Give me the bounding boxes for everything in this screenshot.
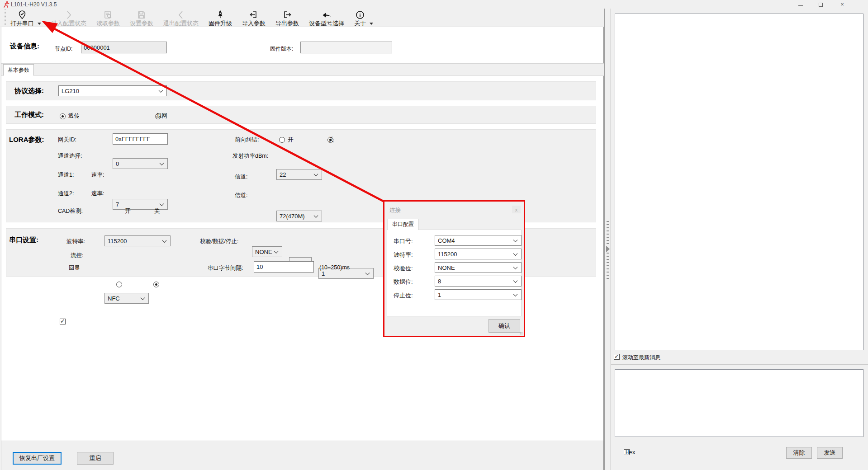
send-button[interactable]: 发送 xyxy=(817,447,843,459)
channel1-rate-value: 7 xyxy=(116,201,119,208)
byte-interval-hint: (10~250)ms xyxy=(319,264,350,271)
cad-label: CAD检测: xyxy=(58,207,83,215)
channel-select[interactable]: 0 xyxy=(113,158,168,169)
splitter-collapse-icon[interactable] xyxy=(606,246,610,252)
work-mode-group: 工作模式: 透传 组网 xyxy=(6,106,596,124)
toolbar-item-label: 打开串口 xyxy=(10,20,34,27)
firmware-version-field[interactable] xyxy=(300,42,392,53)
panel-splitter[interactable] xyxy=(604,9,611,470)
fec-on-label: 开 xyxy=(288,136,294,144)
fec-label: 前向纠错: xyxy=(235,136,259,144)
radio-transparent-mode[interactable] xyxy=(60,113,66,119)
parity-select[interactable]: NONE xyxy=(252,246,282,257)
connect-dialog: 连接 x 串口配置 串口号: COM4 波特率: 115200 校验位: NON… xyxy=(383,200,525,337)
protocol-value: LG210 xyxy=(62,88,79,94)
dialog-footer: 确认 xyxy=(384,316,524,336)
dialog-baud-value: 115200 xyxy=(438,251,457,258)
chevron-left-icon xyxy=(176,10,186,20)
message-log-area[interactable] xyxy=(615,14,863,350)
import-params-button[interactable]: 导入参数 xyxy=(242,9,266,27)
dropdown-caret-icon[interactable] xyxy=(370,23,373,25)
firmware-upgrade-button[interactable]: 固件升级 xyxy=(209,9,232,27)
toolbar-grip[interactable] xyxy=(5,9,6,25)
parity-data-stop-label: 校验/数据/停止: xyxy=(200,238,238,245)
cad-off-label: 关 xyxy=(154,207,160,215)
clear-button[interactable]: 清除 xyxy=(786,447,812,459)
gateway-id-field[interactable]: 0xFFFFFFFF xyxy=(113,133,168,145)
dialog-baud-select[interactable]: 115200 xyxy=(435,249,522,259)
cad-on-label: 开 xyxy=(125,207,131,215)
confirm-button[interactable]: 确认 xyxy=(489,319,520,333)
about-button[interactable]: 关于 xyxy=(354,9,366,27)
send-label: 发送 xyxy=(824,449,836,457)
dialog-parity-value: NONE xyxy=(438,264,455,271)
parity-value: NONE xyxy=(255,249,272,255)
dialog-parity-select[interactable]: NONE xyxy=(435,262,522,273)
toolbar-item-label: 进入配置状态 xyxy=(51,20,86,27)
restore-button[interactable] xyxy=(816,0,826,8)
fec-off-label: 关 xyxy=(328,136,334,144)
minimize-button[interactable] xyxy=(796,0,806,8)
tx-power-select[interactable]: 22 xyxy=(276,169,322,180)
dialog-close-button[interactable]: x xyxy=(512,206,521,213)
protocol-label: 协议选择: xyxy=(14,87,44,95)
port-select[interactable]: COM4 xyxy=(435,235,522,246)
enter-config-state-button[interactable]: 进入配置状态 xyxy=(51,9,86,27)
read-params-button[interactable]: 读取参数 xyxy=(96,9,120,27)
scroll-latest-checkbox[interactable] xyxy=(614,354,620,360)
dropdown-caret-icon[interactable] xyxy=(38,23,41,25)
radio-fec-on[interactable] xyxy=(279,137,285,143)
byte-interval-value: 10 xyxy=(256,263,263,270)
dialog-stopbits-value: 1 xyxy=(438,291,441,298)
dialog-stopbits-label: 停止位: xyxy=(394,291,413,300)
exit-config-state-button[interactable]: 退出配置状态 xyxy=(163,9,199,27)
flow-control-label: 流控: xyxy=(71,252,83,259)
channel1-freq-value: 72(470M) xyxy=(280,213,305,220)
byte-interval-field[interactable]: 10 xyxy=(254,261,314,273)
panel-divider[interactable] xyxy=(611,364,868,365)
dialog-parity-label: 校验位: xyxy=(394,264,413,273)
gateway-id-value: 0xFFFFFFFF xyxy=(115,136,150,142)
save-icon xyxy=(137,10,147,20)
flow-control-select[interactable]: NFC xyxy=(104,293,149,304)
tab-serial-config[interactable]: 串口配置 xyxy=(388,219,418,230)
import-icon xyxy=(249,10,259,20)
dialog-stopbits-select[interactable]: 1 xyxy=(435,289,522,300)
send-input-area[interactable] xyxy=(615,369,863,437)
protocol-select[interactable]: LG210 xyxy=(58,85,167,96)
channel2-rate-label: 速率: xyxy=(91,190,104,197)
dialog-resize-grip[interactable] xyxy=(519,331,523,335)
set-params-button[interactable]: 设置参数 xyxy=(130,9,153,27)
toolbar-item-label: 设备型号选择 xyxy=(309,20,344,27)
channel2-label: 通道2: xyxy=(58,190,74,197)
lora-title: LORA参数: xyxy=(9,136,44,144)
node-id-field[interactable]: 00000001 xyxy=(81,42,167,53)
factory-reset-label: 恢复出厂设置 xyxy=(19,454,55,462)
factory-reset-button[interactable]: 恢复出厂设置 xyxy=(13,452,62,465)
export-icon xyxy=(282,10,292,20)
channel1-freq-label: 信道: xyxy=(235,173,247,181)
bottom-action-bar: 恢复出厂设置 重启 xyxy=(1,441,603,470)
flow-control-value: NFC xyxy=(108,295,120,302)
stop-bits-value: 1 xyxy=(322,270,325,277)
back-arrow-icon xyxy=(322,10,332,20)
channel1-rate-label: 速率: xyxy=(91,171,104,179)
baud-rate-select[interactable]: 115200 xyxy=(104,235,171,246)
tab-basic-params[interactable]: 基本参数 xyxy=(3,64,34,76)
toolbar-item-label: 关于 xyxy=(354,20,366,27)
export-params-button[interactable]: 导出参数 xyxy=(275,9,299,27)
close-button[interactable]: × xyxy=(837,0,847,8)
doc-search-icon xyxy=(103,10,113,20)
dialog-databits-select[interactable]: 8 xyxy=(435,276,522,287)
toolbar-item-label: 设置参数 xyxy=(130,20,153,27)
channel1-freq-select[interactable]: 72(470M) xyxy=(276,211,322,221)
restart-button[interactable]: 重启 xyxy=(77,452,114,465)
title-bar: L101-L-H20 V1.3.5 × xyxy=(0,0,868,9)
tab-label: 基本参数 xyxy=(8,66,29,74)
device-model-select-button[interactable]: 设备型号选择 xyxy=(309,9,344,27)
dialog-baud-label: 波特率: xyxy=(394,251,413,259)
tx-power-value: 22 xyxy=(280,171,286,178)
toolbar-item-label: 导出参数 xyxy=(275,20,299,27)
open-serial-port-button[interactable]: 打开串口 xyxy=(10,9,34,27)
echo-checkbox[interactable] xyxy=(60,319,66,324)
